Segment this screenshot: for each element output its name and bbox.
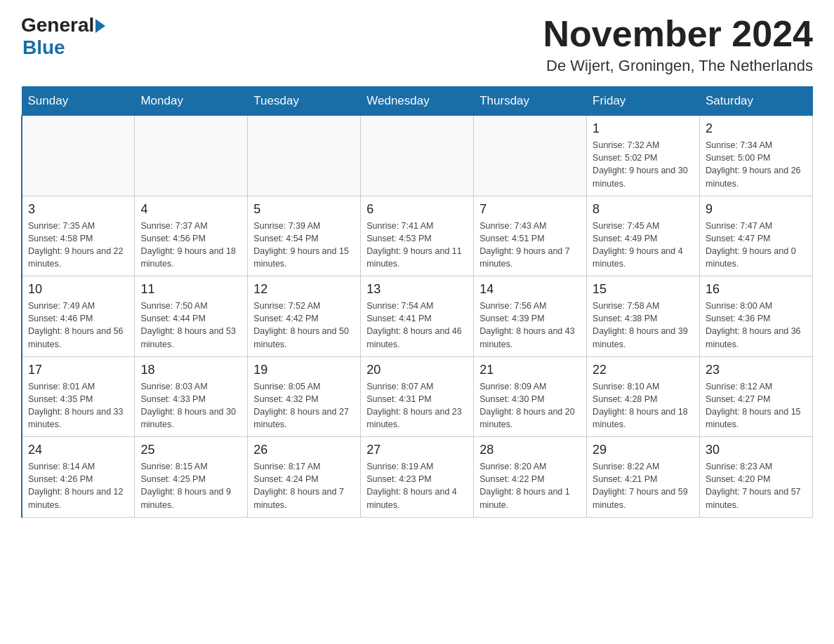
table-row	[22, 116, 135, 196]
table-row: 5Sunrise: 7:39 AM Sunset: 4:54 PM Daylig…	[248, 196, 361, 276]
day-number: 14	[479, 282, 581, 297]
day-info: Sunrise: 8:00 AM Sunset: 4:36 PM Dayligh…	[706, 300, 807, 351]
table-row: 8Sunrise: 7:45 AM Sunset: 4:49 PM Daylig…	[587, 196, 700, 276]
table-row	[135, 116, 248, 196]
calendar-week-row: 24Sunrise: 8:14 AM Sunset: 4:26 PM Dayli…	[22, 437, 813, 518]
col-sunday: Sunday	[22, 87, 135, 116]
day-number: 8	[593, 202, 694, 217]
day-number: 9	[706, 202, 807, 217]
day-number: 20	[366, 363, 468, 377]
day-number: 22	[593, 363, 694, 377]
day-number: 25	[140, 443, 241, 457]
day-number: 19	[253, 363, 355, 377]
day-info: Sunrise: 8:01 AM Sunset: 4:35 PM Dayligh…	[28, 380, 128, 431]
day-number: 27	[366, 443, 468, 457]
day-number: 4	[140, 202, 241, 217]
table-row: 25Sunrise: 8:15 AM Sunset: 4:25 PM Dayli…	[135, 437, 248, 518]
day-info: Sunrise: 8:15 AM Sunset: 4:25 PM Dayligh…	[140, 460, 241, 511]
day-number: 6	[366, 202, 468, 217]
table-row	[474, 116, 587, 196]
day-info: Sunrise: 7:52 AM Sunset: 4:42 PM Dayligh…	[253, 300, 355, 351]
table-row: 30Sunrise: 8:23 AM Sunset: 4:20 PM Dayli…	[700, 437, 813, 518]
day-number: 24	[28, 443, 128, 457]
table-row: 26Sunrise: 8:17 AM Sunset: 4:24 PM Dayli…	[248, 437, 361, 518]
day-info: Sunrise: 7:58 AM Sunset: 4:38 PM Dayligh…	[593, 300, 694, 351]
day-number: 10	[28, 282, 128, 297]
day-number: 26	[253, 443, 355, 457]
logo-general-text: General	[21, 14, 94, 36]
day-number: 3	[28, 202, 128, 217]
month-title: November 2024	[543, 14, 813, 54]
day-number: 17	[28, 363, 128, 377]
col-wednesday: Wednesday	[361, 87, 474, 116]
day-info: Sunrise: 8:14 AM Sunset: 4:26 PM Dayligh…	[28, 460, 128, 511]
table-row: 16Sunrise: 8:00 AM Sunset: 4:36 PM Dayli…	[700, 276, 813, 357]
table-row: 15Sunrise: 7:58 AM Sunset: 4:38 PM Dayli…	[587, 276, 700, 357]
day-info: Sunrise: 8:05 AM Sunset: 4:32 PM Dayligh…	[253, 380, 355, 431]
table-row: 6Sunrise: 7:41 AM Sunset: 4:53 PM Daylig…	[361, 196, 474, 276]
table-row: 18Sunrise: 8:03 AM Sunset: 4:33 PM Dayli…	[135, 356, 248, 437]
day-number: 16	[706, 282, 807, 297]
table-row: 17Sunrise: 8:01 AM Sunset: 4:35 PM Dayli…	[22, 356, 135, 437]
table-row: 7Sunrise: 7:43 AM Sunset: 4:51 PM Daylig…	[474, 196, 587, 276]
calendar-table: Sunday Monday Tuesday Wednesday Thursday…	[21, 86, 813, 518]
table-row: 1Sunrise: 7:32 AM Sunset: 5:02 PM Daylig…	[587, 116, 700, 196]
table-row	[361, 116, 474, 196]
day-info: Sunrise: 8:03 AM Sunset: 4:33 PM Dayligh…	[140, 380, 241, 431]
table-row: 21Sunrise: 8:09 AM Sunset: 4:30 PM Dayli…	[474, 356, 587, 437]
table-row: 12Sunrise: 7:52 AM Sunset: 4:42 PM Dayli…	[248, 276, 361, 357]
day-number: 1	[593, 121, 694, 136]
day-number: 21	[479, 363, 581, 377]
col-tuesday: Tuesday	[248, 87, 361, 116]
day-info: Sunrise: 7:37 AM Sunset: 4:56 PM Dayligh…	[140, 220, 241, 271]
day-info: Sunrise: 7:41 AM Sunset: 4:53 PM Dayligh…	[366, 220, 468, 271]
day-info: Sunrise: 7:54 AM Sunset: 4:41 PM Dayligh…	[366, 300, 468, 351]
day-info: Sunrise: 7:47 AM Sunset: 4:47 PM Dayligh…	[706, 220, 807, 271]
page-header: General Blue November 2024 De Wijert, Gr…	[21, 14, 813, 75]
col-thursday: Thursday	[474, 87, 587, 116]
logo-blue-text: Blue	[22, 36, 65, 59]
calendar-week-row: 17Sunrise: 8:01 AM Sunset: 4:35 PM Dayli…	[22, 356, 813, 437]
day-number: 15	[593, 282, 694, 297]
day-number: 7	[479, 202, 581, 217]
col-monday: Monday	[135, 87, 248, 116]
table-row: 4Sunrise: 7:37 AM Sunset: 4:56 PM Daylig…	[135, 196, 248, 276]
table-row: 28Sunrise: 8:20 AM Sunset: 4:22 PM Dayli…	[474, 437, 587, 518]
table-row: 9Sunrise: 7:47 AM Sunset: 4:47 PM Daylig…	[700, 196, 813, 276]
table-row: 29Sunrise: 8:22 AM Sunset: 4:21 PM Dayli…	[587, 437, 700, 518]
day-number: 29	[593, 443, 694, 457]
title-block: November 2024 De Wijert, Groningen, The …	[543, 14, 813, 75]
table-row: 22Sunrise: 8:10 AM Sunset: 4:28 PM Dayli…	[587, 356, 700, 437]
day-info: Sunrise: 7:49 AM Sunset: 4:46 PM Dayligh…	[28, 300, 128, 351]
location-subtitle: De Wijert, Groningen, The Netherlands	[543, 57, 813, 75]
day-info: Sunrise: 8:23 AM Sunset: 4:20 PM Dayligh…	[706, 460, 807, 511]
calendar-week-row: 10Sunrise: 7:49 AM Sunset: 4:46 PM Dayli…	[22, 276, 813, 357]
calendar-week-row: 1Sunrise: 7:32 AM Sunset: 5:02 PM Daylig…	[22, 116, 813, 196]
table-row: 23Sunrise: 8:12 AM Sunset: 4:27 PM Dayli…	[700, 356, 813, 437]
day-info: Sunrise: 8:17 AM Sunset: 4:24 PM Dayligh…	[253, 460, 355, 511]
day-number: 13	[366, 282, 468, 297]
day-number: 12	[253, 282, 355, 297]
day-info: Sunrise: 7:34 AM Sunset: 5:00 PM Dayligh…	[706, 139, 807, 190]
table-row: 3Sunrise: 7:35 AM Sunset: 4:58 PM Daylig…	[22, 196, 135, 276]
day-number: 28	[479, 443, 581, 457]
day-info: Sunrise: 8:07 AM Sunset: 4:31 PM Dayligh…	[366, 380, 468, 431]
day-number: 18	[140, 363, 241, 377]
day-info: Sunrise: 7:45 AM Sunset: 4:49 PM Dayligh…	[593, 220, 694, 271]
table-row: 20Sunrise: 8:07 AM Sunset: 4:31 PM Dayli…	[361, 356, 474, 437]
table-row: 27Sunrise: 8:19 AM Sunset: 4:23 PM Dayli…	[361, 437, 474, 518]
calendar-header-row: Sunday Monday Tuesday Wednesday Thursday…	[22, 87, 813, 116]
table-row: 13Sunrise: 7:54 AM Sunset: 4:41 PM Dayli…	[361, 276, 474, 357]
table-row: 19Sunrise: 8:05 AM Sunset: 4:32 PM Dayli…	[248, 356, 361, 437]
day-info: Sunrise: 8:22 AM Sunset: 4:21 PM Dayligh…	[593, 460, 694, 511]
table-row: 14Sunrise: 7:56 AM Sunset: 4:39 PM Dayli…	[474, 276, 587, 357]
day-info: Sunrise: 7:43 AM Sunset: 4:51 PM Dayligh…	[479, 220, 581, 271]
day-info: Sunrise: 7:50 AM Sunset: 4:44 PM Dayligh…	[140, 300, 241, 351]
day-info: Sunrise: 8:20 AM Sunset: 4:22 PM Dayligh…	[479, 460, 581, 511]
table-row: 2Sunrise: 7:34 AM Sunset: 5:00 PM Daylig…	[700, 116, 813, 196]
day-number: 11	[140, 282, 241, 297]
table-row	[248, 116, 361, 196]
day-number: 5	[253, 202, 355, 217]
logo-arrow-icon	[95, 19, 105, 33]
logo: General Blue	[21, 14, 105, 59]
